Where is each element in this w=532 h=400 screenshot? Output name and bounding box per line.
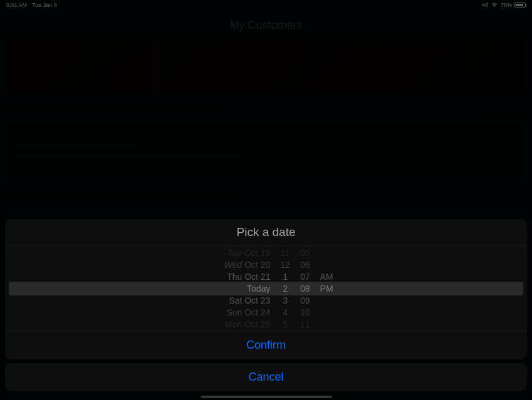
picker-sheet: Pick a date Tue Oct 19 Wed Oct 20 Thu Oc… [5, 219, 527, 359]
hour-wheel[interactable]: 11 12 1 2 3 4 5 [275, 246, 295, 331]
date-wheel[interactable]: Tue Oct 19 Wed Oct 20 Thu Oct 21 Today S… [194, 246, 275, 331]
confirm-button[interactable]: Confirm [5, 331, 527, 359]
cancel-button[interactable]: Cancel [5, 363, 527, 391]
home-indicator [201, 396, 332, 398]
date-picker-modal: Pick a date Tue Oct 19 Wed Oct 20 Thu Oc… [0, 219, 532, 400]
cancel-sheet: Cancel [5, 363, 527, 391]
picker-wheels: Tue Oct 19 Wed Oct 20 Thu Oct 21 Today S… [5, 246, 527, 331]
picker-title: Pick a date [5, 219, 527, 246]
minute-wheel[interactable]: 05 06 07 08 09 10 11 [295, 246, 315, 331]
ampm-wheel[interactable]: AM PM [315, 246, 338, 331]
